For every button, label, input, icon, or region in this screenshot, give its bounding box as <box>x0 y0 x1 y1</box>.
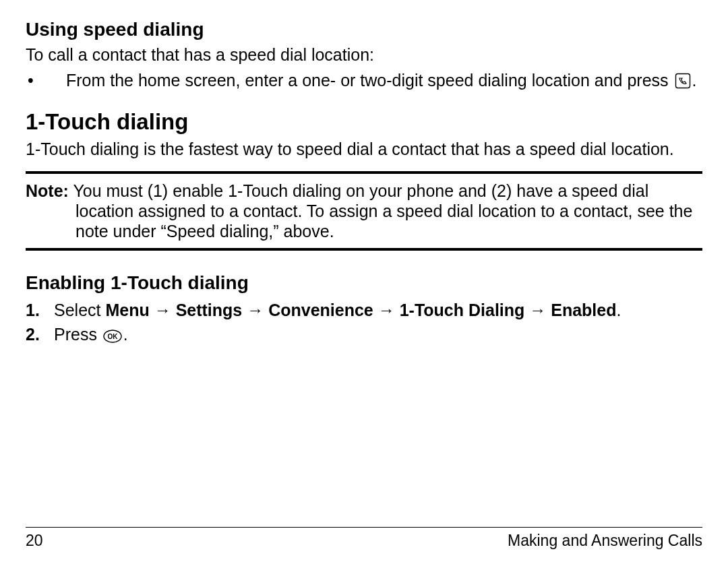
step-2-suffix: . <box>123 325 128 344</box>
menu-path-0: Menu <box>105 301 149 319</box>
arrow-icon: → <box>154 301 171 319</box>
bullet-text-after: . <box>692 71 697 90</box>
step-2: 2. Press OK. <box>26 323 702 346</box>
page-footer: 20 Making and Answering Calls <box>26 527 702 550</box>
step-1-content: Select Menu → Settings → Convenience → 1… <box>54 299 702 322</box>
arrow-icon: → <box>378 301 395 319</box>
numbered-list-enabling: 1. Select Menu → Settings → Convenience … <box>26 299 702 346</box>
note-text: You must (1) enable 1-Touch dialing on y… <box>69 181 693 241</box>
step-2-content: Press OK. <box>54 323 702 346</box>
menu-path-2: Convenience <box>268 301 373 319</box>
step-2-prefix: Press <box>54 325 102 344</box>
note-box: Note: You must (1) enable 1-Touch dialin… <box>26 171 702 251</box>
heading-1-touch-dialing: 1-Touch dialing <box>26 109 702 135</box>
step-1-suffix: . <box>616 301 621 319</box>
arrow-icon: → <box>529 301 546 319</box>
step-1: 1. Select Menu → Settings → Convenience … <box>26 299 702 322</box>
bullet-item: • From the home screen, enter a one- or … <box>26 70 702 90</box>
menu-path-4: Enabled <box>551 301 616 319</box>
step-2-marker: 2. <box>26 323 54 346</box>
bullet-content: From the home screen, enter a one- or tw… <box>66 70 702 90</box>
intro-speed-dialing: To call a contact that has a speed dial … <box>26 44 702 65</box>
footer-title: Making and Answering Calls <box>508 532 702 550</box>
heading-using-speed-dialing: Using speed dialing <box>26 19 702 40</box>
call-key-icon <box>675 73 691 89</box>
intro-1-touch: 1-Touch dialing is the fastest way to sp… <box>26 139 702 159</box>
note-label: Note: <box>26 181 69 200</box>
menu-path-1: Settings <box>176 301 243 319</box>
svg-rect-0 <box>675 74 690 88</box>
bullet-list-speed-dialing: • From the home screen, enter a one- or … <box>26 70 702 90</box>
page-number: 20 <box>26 532 43 550</box>
svg-text:OK: OK <box>107 333 118 340</box>
note-content: Note: You must (1) enable 1-Touch dialin… <box>26 181 702 241</box>
bullet-marker: • <box>26 70 66 90</box>
menu-path-3: 1-Touch Dialing <box>400 301 525 319</box>
arrow-icon: → <box>247 301 264 319</box>
step-1-prefix: Select <box>54 301 105 319</box>
step-1-marker: 1. <box>26 299 54 322</box>
ok-key-icon: OK <box>103 330 122 343</box>
bullet-text-before: From the home screen, enter a one- or tw… <box>66 71 673 90</box>
heading-enabling-1-touch: Enabling 1-Touch dialing <box>26 272 702 294</box>
